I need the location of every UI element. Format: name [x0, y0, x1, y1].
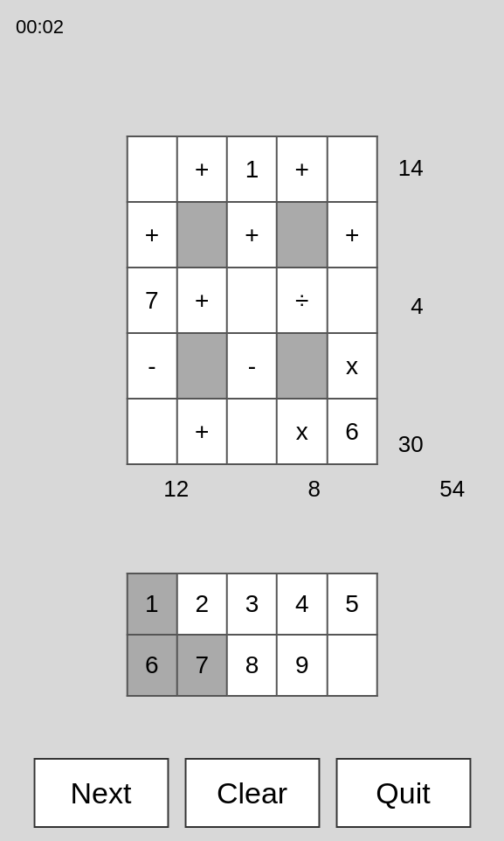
row-label-0: 14: [398, 155, 424, 182]
quit-button[interactable]: Quit: [335, 758, 471, 828]
puzzle-cell-0-4[interactable]: [327, 136, 376, 202]
picker-cell-1-3[interactable]: 9: [277, 635, 327, 696]
row-label-2: 30: [398, 431, 424, 458]
puzzle-cell-3-2[interactable]: -: [227, 333, 277, 399]
picker-cell-0-1[interactable]: 2: [177, 573, 227, 635]
puzzle-cell-3-1[interactable]: [177, 333, 227, 399]
picker-cell-0-0[interactable]: 1: [127, 573, 176, 635]
puzzle-cell-2-3[interactable]: ÷: [277, 268, 327, 333]
puzzle-cell-4-3[interactable]: x: [277, 399, 327, 464]
picker-cell-0-2[interactable]: 3: [227, 573, 277, 635]
puzzle-cell-2-2[interactable]: [227, 268, 277, 333]
row-label-1: 4: [411, 293, 423, 320]
puzzle-cell-4-0[interactable]: [127, 399, 176, 464]
puzzle-cell-0-0[interactable]: [127, 136, 176, 202]
puzzle-cell-2-4[interactable]: [327, 268, 376, 333]
puzzle-cell-3-0[interactable]: -: [127, 333, 176, 399]
puzzle-cell-0-1[interactable]: +: [177, 136, 227, 202]
puzzle-cell-4-4[interactable]: 6: [327, 399, 376, 464]
col-label-2: 54: [419, 476, 485, 503]
puzzle-cell-1-1[interactable]: [177, 202, 227, 268]
button-bar: Next Clear Quit: [33, 758, 471, 828]
puzzle-area: +1++++7+÷--x+x6 14430 12854: [126, 136, 378, 511]
picker-grid[interactable]: 123456789: [126, 573, 378, 697]
timer-display: 00:02: [16, 16, 64, 38]
picker-cell-1-1[interactable]: 7: [177, 635, 227, 696]
number-picker: 123456789: [126, 573, 378, 697]
puzzle-cell-2-1[interactable]: +: [177, 268, 227, 333]
puzzle-cell-4-2[interactable]: [227, 399, 277, 464]
picker-cell-1-2[interactable]: 8: [227, 635, 277, 696]
puzzle-cell-1-2[interactable]: +: [227, 202, 277, 268]
puzzle-cell-0-2[interactable]: 1: [227, 136, 277, 202]
col-label-0: 12: [143, 476, 209, 503]
puzzle-cell-1-3[interactable]: [277, 202, 327, 268]
picker-cell-1-0[interactable]: 6: [127, 635, 176, 696]
puzzle-cell-4-1[interactable]: +: [177, 399, 227, 464]
picker-cell-0-3[interactable]: 4: [277, 573, 327, 635]
col-label-1: 8: [281, 476, 347, 503]
col-labels: 12854: [126, 476, 378, 511]
picker-cell-1-4[interactable]: [327, 635, 376, 696]
puzzle-cell-1-4[interactable]: +: [327, 202, 376, 268]
puzzle-cell-3-3[interactable]: [277, 333, 327, 399]
next-button[interactable]: Next: [33, 758, 169, 828]
puzzle-cell-0-3[interactable]: +: [277, 136, 327, 202]
clear-button[interactable]: Clear: [184, 758, 320, 828]
puzzle-cell-3-4[interactable]: x: [327, 333, 376, 399]
picker-cell-0-4[interactable]: 5: [327, 573, 376, 635]
puzzle-cell-1-0[interactable]: +: [127, 202, 176, 268]
puzzle-grid-container: +1++++7+÷--x+x6 14430: [126, 136, 378, 465]
puzzle-grid: +1++++7+÷--x+x6: [126, 136, 378, 465]
puzzle-cell-2-0[interactable]: 7: [127, 268, 176, 333]
